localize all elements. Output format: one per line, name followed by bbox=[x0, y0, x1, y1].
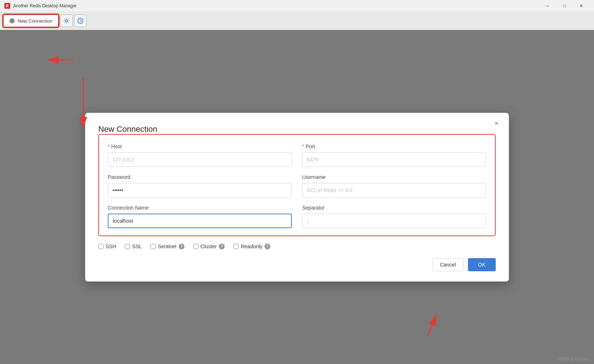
readonly-checkbox-label[interactable]: Readonly ? bbox=[233, 244, 270, 249]
connection-settings-tab[interactable] bbox=[60, 15, 73, 27]
port-input[interactable] bbox=[302, 152, 486, 167]
app-icon: R bbox=[4, 3, 10, 9]
username-group: Username bbox=[302, 174, 486, 198]
host-required-marker: * bbox=[108, 143, 110, 149]
tab-circle-icon bbox=[9, 18, 15, 23]
host-input[interactable] bbox=[108, 152, 292, 167]
maximize-button[interactable]: □ bbox=[556, 0, 573, 12]
clock-icon bbox=[77, 18, 84, 24]
separator-group: Separator bbox=[302, 205, 486, 228]
ok-button[interactable]: OK bbox=[468, 258, 496, 271]
main-area: New Connection × * Host * bbox=[0, 30, 594, 364]
cluster-help-icon[interactable]: ? bbox=[219, 244, 225, 249]
modal-overlay: New Connection × * Host * bbox=[0, 30, 594, 364]
svg-text:R: R bbox=[6, 4, 9, 8]
connection-name-group: Connection Name bbox=[108, 205, 292, 228]
password-input[interactable] bbox=[108, 183, 292, 198]
connection-name-input[interactable] bbox=[108, 214, 292, 228]
port-required-marker: * bbox=[302, 143, 304, 149]
cluster-checkbox-label[interactable]: Cluster ? bbox=[193, 244, 225, 249]
modal-footer: Cancel OK bbox=[98, 258, 496, 271]
new-connection-modal: New Connection × * Host * bbox=[85, 113, 509, 281]
modal-close-button[interactable]: × bbox=[491, 119, 502, 129]
host-label: * Host bbox=[108, 143, 292, 149]
connection-name-label: Connection Name bbox=[108, 205, 292, 211]
sentinel-checkbox-label[interactable]: Sentinel ? bbox=[151, 244, 184, 249]
sentinel-help-icon[interactable]: ? bbox=[179, 244, 184, 249]
separator-label: Separator bbox=[302, 205, 486, 211]
checkboxes-row: SSH SSL Sentinel ? Cluster ? bbox=[98, 244, 496, 249]
ssh-checkbox-label[interactable]: SSH bbox=[98, 244, 116, 249]
title-bar: R Another Redis Desktop Manager ─ □ ✕ bbox=[0, 0, 594, 12]
modal-title: New Connection bbox=[98, 124, 157, 134]
host-group: * Host bbox=[108, 143, 292, 167]
close-window-button[interactable]: ✕ bbox=[573, 0, 590, 12]
username-input[interactable] bbox=[302, 183, 486, 198]
readonly-checkbox[interactable] bbox=[233, 244, 239, 249]
ssl-checkbox[interactable] bbox=[125, 244, 130, 249]
password-group: Password bbox=[108, 174, 292, 198]
host-port-row: * Host * Port bbox=[108, 143, 486, 167]
svg-point-2 bbox=[65, 20, 68, 22]
ssh-checkbox[interactable] bbox=[98, 244, 103, 249]
port-group: * Port bbox=[302, 143, 486, 167]
ssl-checkbox-label[interactable]: SSL bbox=[125, 244, 142, 249]
tab-bar: New Connection bbox=[0, 12, 594, 30]
settings-icon bbox=[63, 18, 70, 24]
cluster-checkbox[interactable] bbox=[193, 244, 198, 249]
tab-label: New Connection bbox=[18, 18, 52, 24]
separator-input[interactable] bbox=[302, 214, 486, 228]
readonly-help-icon[interactable]: ? bbox=[264, 244, 270, 249]
new-connection-tab[interactable]: New Connection bbox=[3, 14, 59, 27]
password-username-row: Password Username bbox=[108, 174, 486, 198]
history-tab[interactable] bbox=[74, 15, 87, 27]
username-label: Username bbox=[302, 174, 486, 180]
minimize-button[interactable]: ─ bbox=[539, 0, 556, 12]
password-label: Password bbox=[108, 174, 292, 180]
window-controls: ─ □ ✕ bbox=[539, 0, 590, 12]
port-label: * Port bbox=[302, 143, 486, 149]
app-title: Another Redis Desktop Manager bbox=[13, 3, 536, 8]
connname-separator-row: Connection Name Separator bbox=[108, 205, 486, 228]
cancel-button[interactable]: Cancel bbox=[432, 258, 464, 271]
form-section: * Host * Port bbox=[98, 134, 496, 236]
sentinel-checkbox[interactable] bbox=[151, 244, 156, 249]
